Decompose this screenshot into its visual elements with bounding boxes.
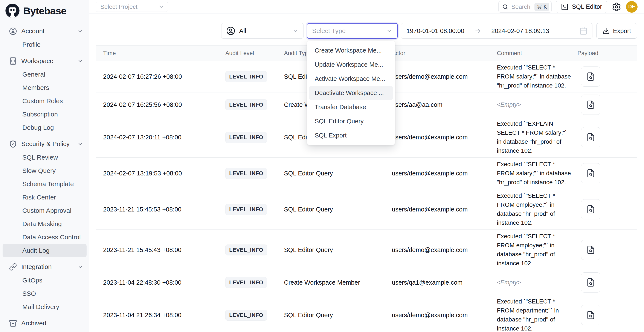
cell-comment: <Empty> [497, 278, 578, 287]
cell-time: 2023-11-21 15:45:43 +08:00 [96, 246, 225, 254]
column-header: Time [96, 50, 225, 57]
date-range-picker[interactable]: 1970-01-01 08:00:00 2024-02-07 18:09:13 [401, 23, 592, 39]
cell-time: 2024-02-07 16:27:26 +08:00 [96, 73, 225, 80]
select-project-label: Select Project [100, 3, 138, 10]
dropdown-option[interactable]: Deactivate Workspace ... [309, 86, 393, 100]
sidebar-item[interactable]: Slow Query [2, 164, 86, 177]
sidebar-item[interactable]: Mail Delivery [2, 300, 86, 314]
settings-button[interactable] [611, 2, 622, 12]
cell-audit-type: SQL Editor Query [284, 170, 392, 177]
sidebar-section-security[interactable]: Security & Policy [0, 137, 89, 151]
sidebar-item[interactable]: Audit Log [2, 244, 86, 257]
sidebar-item[interactable]: Profile [2, 38, 86, 51]
chevron-down-icon [77, 58, 83, 64]
select-project-button[interactable]: Select Project [96, 2, 168, 12]
date-range-end: 2024-02-07 18:09:13 [491, 27, 549, 34]
avatar[interactable]: DE [626, 1, 638, 13]
export-label: Export [613, 27, 631, 34]
column-header: Actor [392, 50, 497, 57]
sidebar-item[interactable]: Data Access Control [2, 231, 86, 244]
actor-filter-value: All [239, 27, 246, 34]
cell-payload [578, 163, 637, 183]
cell-audit-level: LEVEL_INFO [225, 132, 284, 143]
level-badge: LEVEL_INFO [225, 99, 267, 110]
cell-audit-level: LEVEL_INFO [225, 204, 284, 215]
sidebar-item[interactable]: Members [2, 81, 86, 94]
topbar-right: Search ⌘ K SQL Editor DE [498, 1, 638, 13]
level-badge: LEVEL_INFO [225, 244, 267, 255]
comment-text: Executed `"SELECT * FROM employee;"` in … [497, 192, 555, 226]
topbar: Select Project Search ⌘ K SQL Editor DE [89, 0, 644, 14]
dropdown-option[interactable]: Transfer Database [309, 100, 393, 114]
cell-comment: Executed `"SELECT * FROM employee;"` in … [497, 232, 578, 268]
bytebase-logo[interactable]: Bytebase [0, 0, 89, 21]
sidebar-item[interactable]: Data Masking [2, 217, 86, 231]
search-shortcut-badge: ⌘ K [534, 3, 549, 11]
sidebar-item[interactable]: Debug Log [2, 121, 86, 134]
sidebar-item[interactable]: Risk Center [2, 191, 86, 204]
cell-payload [578, 305, 637, 325]
sidebar-section-workspace[interactable]: Workspace [0, 54, 89, 68]
sidebar: Bytebase Account Profile Workspace Gener… [0, 0, 89, 332]
view-payload-button[interactable] [581, 95, 600, 115]
sidebar-item[interactable]: Custom Roles [2, 94, 86, 108]
column-header: Payload [578, 50, 637, 57]
sidebar-section-account[interactable]: Account [0, 24, 89, 38]
sidebar-item[interactable]: SSO [2, 287, 86, 300]
sidebar-section-label: Account [21, 27, 44, 35]
cell-audit-type: Create Workspace Member [284, 279, 392, 286]
chevron-down-icon [292, 28, 298, 34]
sidebar-item[interactable]: GitOps [2, 274, 86, 287]
cell-comment: Executed `"EXPLAIN SELECT * FROM salary;… [497, 119, 578, 155]
table-row: 2023-11-21 15:45:43 +08:00 LEVEL_INFO SQ… [96, 230, 637, 270]
view-payload-button[interactable] [581, 66, 600, 87]
sidebar-section-label: Archived [21, 320, 46, 327]
view-payload-button[interactable] [581, 272, 600, 293]
view-payload-button[interactable] [581, 199, 600, 219]
dropdown-option[interactable]: SQL Export [309, 128, 393, 142]
sidebar-item[interactable]: Subscription [2, 108, 86, 121]
dropdown-option[interactable]: Create Workspace Me... [309, 43, 393, 57]
comment-text: <Empty> [497, 279, 521, 286]
view-payload-button[interactable] [581, 163, 600, 183]
view-payload-button[interactable] [581, 127, 600, 147]
cell-audit-level: LEVEL_INFO [225, 99, 284, 110]
sidebar-item[interactable]: SQL Review [2, 151, 86, 164]
cell-actor: users/demo@example.com [392, 134, 497, 141]
cell-payload [578, 95, 637, 115]
level-badge: LEVEL_INFO [225, 168, 267, 179]
comment-text: Executed `"SELECT * FROM salary;"` in da… [497, 64, 571, 89]
sidebar-item[interactable]: General [2, 68, 86, 81]
file-search-icon [586, 245, 595, 254]
dropdown-option[interactable]: SQL Editor Query [309, 114, 393, 128]
search-input[interactable]: Search ⌘ K [498, 1, 552, 13]
file-search-icon [586, 133, 595, 142]
sidebar-section-integration[interactable]: Integration [0, 260, 89, 274]
file-search-icon [586, 169, 595, 178]
type-filter-select[interactable]: Select Type [307, 23, 398, 39]
sql-editor-button[interactable]: SQL Editor [556, 1, 607, 13]
comment-text: <Empty> [497, 101, 521, 108]
sidebar-item[interactable]: Custom Approval [2, 204, 86, 217]
view-payload-button[interactable] [581, 240, 600, 260]
level-badge: LEVEL_INFO [225, 204, 267, 215]
level-badge: LEVEL_INFO [225, 71, 267, 82]
cell-comment: <Empty> [497, 100, 578, 109]
cell-payload [578, 240, 637, 260]
sidebar-group-security: SQL ReviewSlow QuerySchema TemplateRisk … [0, 151, 89, 257]
sidebar-item[interactable]: Schema Template [2, 177, 86, 191]
dropdown-option[interactable]: Activate Workspace Me... [309, 72, 393, 86]
dropdown-option[interactable]: Update Workspace Me... [309, 57, 393, 72]
user-circle-icon [9, 27, 17, 35]
cell-comment: Executed `"SELECT * FROM department;"` i… [497, 297, 578, 332]
sidebar-group-workspace: GeneralMembersCustom RolesSubscriptionDe… [0, 68, 89, 134]
view-payload-button[interactable] [581, 305, 600, 325]
level-badge: LEVEL_INFO [225, 277, 267, 288]
export-button[interactable]: Export [596, 23, 637, 39]
table-row: 2023-11-04 22:48:30 +08:00 LEVEL_INFO Cr… [96, 270, 637, 295]
terminal-icon [561, 3, 568, 11]
sidebar-section-archived[interactable]: Archived [0, 316, 89, 330]
gear-icon [612, 2, 621, 11]
comment-text: Executed `"SELECT * FROM employee;"` in … [497, 233, 555, 267]
actor-filter-select[interactable]: All [221, 23, 304, 39]
